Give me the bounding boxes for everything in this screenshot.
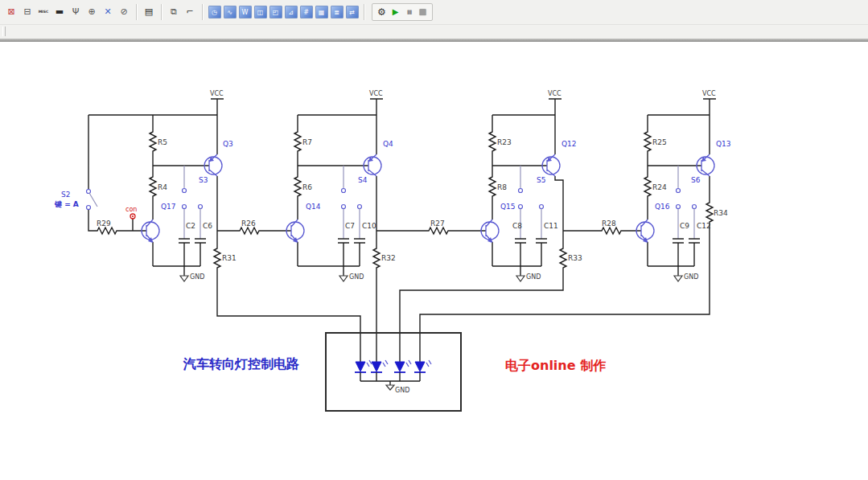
r27-label: R27 [430,219,445,228]
logic-converter-icon[interactable]: ⇄ [346,6,359,18]
r6-label: R6 [302,183,312,191]
place-digital-icon[interactable]: ⊘ [117,5,131,19]
r33-label: R33 [568,254,582,262]
c11-label: C11 [544,222,558,230]
r5-label: R5 [158,138,167,146]
toolbar-grip[interactable] [2,27,6,36]
resistor-R28[interactable] [563,228,641,234]
r28-label: R28 [602,219,616,228]
gnd-label: GND [684,273,698,281]
run-icon[interactable]: ▶ [389,5,401,19]
word-generator-icon[interactable]: ▦ [315,6,328,18]
capacitor-C10-branch[interactable] [354,205,365,267]
q17-label: Q17 [161,203,176,211]
r8-label: R8 [497,183,507,191]
gnd-label: GND [190,273,204,281]
pause-icon[interactable]: ▮▮ [403,5,415,19]
q3-label: Q3 [223,140,233,148]
s4-label: S4 [358,176,368,184]
r31-label: R31 [222,254,237,262]
resistor-R26[interactable] [217,228,291,234]
capacitor-C9-branch[interactable] [673,166,684,266]
q13-label: Q13 [716,140,731,148]
toolbar-separator [364,4,364,20]
switch-S2[interactable] [87,190,98,210]
schematic-svg[interactable]: S2 键 = A R29 con R5 R4 Q17 Q3 S3 C2 C6 R… [0,42,868,480]
s2-label: S2 [61,191,70,199]
simulation-toolbar: ⚙ ▶ ▮▮ ■ [372,3,433,21]
q15-label: Q15 [500,203,516,211]
schematic-canvas[interactable]: S2 键 = A R29 con R5 R4 Q17 Q3 S3 C2 C6 R… [0,42,868,480]
r7-label: R7 [302,138,312,146]
multimeter-icon[interactable]: ◷ [208,6,221,18]
r23-label: R23 [497,138,512,146]
led-2[interactable] [371,360,388,381]
r34-label: R34 [714,209,728,217]
ladder-diagram-icon[interactable]: ⌐ [183,5,197,19]
secondary-toolbar [0,25,868,39]
c6-label: C6 [203,222,212,230]
toolbar-separator [136,4,137,20]
c8-label: C8 [512,222,522,230]
probe-con[interactable] [130,214,135,219]
capacitor-C6-branch[interactable] [195,205,206,267]
r24-label: R24 [652,183,667,191]
q14-label: Q14 [306,203,321,211]
capacitor-C12-branch[interactable] [689,205,700,267]
capacitor-C8-branch[interactable] [515,166,526,266]
place-cmos-icon[interactable]: ✕ [101,5,115,19]
capacitor-C7-branch[interactable] [338,166,349,266]
gnd-label: GND [349,273,364,281]
oscilloscope-icon[interactable]: ◫ [254,6,267,18]
r26-label: R26 [241,219,256,228]
toolbar-separator [202,4,203,20]
wattmeter-icon[interactable]: W [239,6,252,18]
con-label: con [125,206,137,213]
lamp-bank[interactable]: GND [326,333,461,411]
place-ic-icon[interactable]: ▤ [142,5,156,19]
bode-plotter-icon[interactable]: ⊿ [285,6,298,18]
led-3[interactable] [394,360,411,381]
frequency-counter-icon[interactable]: # [300,6,313,18]
led-1[interactable] [355,360,372,381]
place-transistor-icon[interactable]: ▬ [52,5,67,19]
q16-label: Q16 [655,203,670,211]
s6-label: S6 [691,176,701,184]
capacitor-C2-branch[interactable] [179,166,190,266]
led-4[interactable] [414,360,431,381]
function-generator-icon[interactable]: ∿ [224,6,237,18]
s2-key-label: 键 = A [54,200,79,208]
c2-label: C2 [186,222,195,230]
resistor-R27[interactable] [376,228,486,234]
vcc-label: VCC [702,90,716,97]
simulation-settings-icon[interactable]: ⚙ [376,5,388,19]
c12-label: C12 [697,222,711,230]
s5-label: S5 [537,176,545,184]
c9-label: C9 [680,222,689,230]
toolbar-separator [161,4,162,20]
capacitor-C11-branch[interactable] [536,205,547,267]
r25-label: R25 [652,138,667,146]
r4-label: R4 [158,183,167,191]
c7-label: C7 [345,222,355,230]
s3-label: S3 [199,176,208,184]
hierarchy-icon[interactable]: ⧉ [167,5,181,19]
q12-label: Q12 [562,140,577,148]
credit-text: 电子online 制作 [505,358,606,373]
place-rf-icon[interactable]: Ψ [68,5,83,19]
vcc-label: VCC [548,90,562,97]
stop-icon[interactable]: ■ [417,5,429,19]
place-analog-icon[interactable]: ⊕ [84,5,99,19]
gnd-label: GND [395,387,409,394]
vcc-label: VCC [369,90,383,97]
main-toolbar: ⊠ ⊟ MISC ▬ Ψ ⊕ ✕ ⊘ ▤ ⧉ ⌐ ◷ ∿ W ◫ ◰ ⊿ # ▦… [0,0,868,25]
place-basic-icon[interactable]: ⊟ [20,5,35,19]
c10-label: C10 [362,222,376,230]
gnd-label: GND [526,273,541,281]
place-source-icon[interactable]: ⊠ [4,5,19,19]
logic-analyzer-icon[interactable]: ≣ [331,6,343,18]
circuit-title: 汽车转向灯控制电路 [183,356,299,371]
vcc-label: VCC [210,90,224,97]
place-misc-icon[interactable]: MISC [36,5,51,19]
four-channel-oscilloscope-icon[interactable]: ◰ [269,6,282,18]
